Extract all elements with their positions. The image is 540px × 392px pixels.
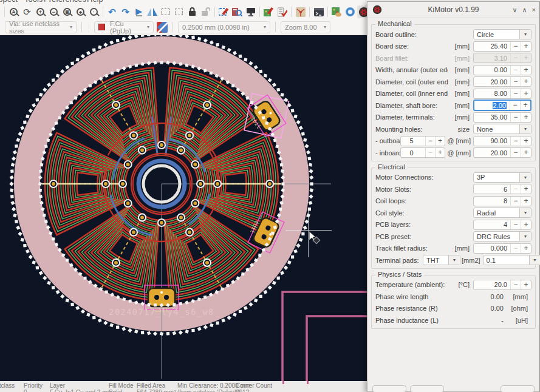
- minus-button[interactable]: −: [510, 89, 521, 98]
- minus-button[interactable]: −: [510, 148, 521, 157]
- minus-button[interactable]: −: [510, 220, 521, 229]
- undo-icon[interactable]: ↶: [106, 5, 118, 18]
- inboard-count-input[interactable]: 0−+: [400, 147, 445, 158]
- terminal-pad-size-select[interactable]: 0.1▾: [483, 255, 540, 265]
- dialog-bottom-button[interactable]: [501, 385, 535, 392]
- motor-slots-input[interactable]: 6−+: [473, 184, 531, 194]
- plus-button[interactable]: +: [521, 280, 531, 289]
- zoom-out-icon[interactable]: −: [47, 5, 60, 18]
- mounting-holes-select[interactable]: None▾: [473, 124, 531, 134]
- pcb-canvas[interactable]: coil coil coil20240717_ly4_s6_w8 Netclas…: [0, 35, 367, 392]
- zoom-select[interactable]: Zoom 8.00 ▾: [281, 21, 330, 33]
- paste-special-icon[interactable]: [173, 5, 185, 18]
- coil-style-select[interactable]: Radial▾: [473, 208, 531, 218]
- motor-connections-select[interactable]: 3P▾: [473, 172, 531, 183]
- board-setup-icon[interactable]: [217, 5, 230, 18]
- status-corner-count: Corner Count2012: [236, 382, 272, 392]
- status-priority: Priority0: [24, 382, 43, 392]
- coil-plugin-icon[interactable]: [344, 5, 357, 18]
- zoom-to-selection-icon[interactable]: ·: [87, 5, 100, 18]
- drc-check-icon[interactable]: [276, 5, 289, 18]
- pcb-layers-input[interactable]: 4−+: [473, 220, 531, 230]
- minus-button[interactable]: −: [425, 137, 435, 146]
- zoom-fit-page-icon[interactable]: ▣: [61, 5, 73, 18]
- menu-inspect[interactable]: spect: [0, 0, 18, 4]
- plus-button[interactable]: +: [521, 148, 531, 157]
- unlock-icon[interactable]: [199, 5, 212, 18]
- minus-button[interactable]: −: [510, 101, 520, 110]
- minus-button[interactable]: −: [510, 113, 521, 122]
- toolbar-separator: [214, 7, 215, 17]
- minus-button[interactable]: −: [510, 77, 521, 86]
- outboard-diameter-input[interactable]: 90.00−+: [473, 136, 531, 146]
- kimotor-dialog: KiMotor v0.1.99 ∨ ∧ × Mechanical Board o…: [367, 1, 540, 392]
- menu-preferences[interactable]: Preferences: [44, 0, 86, 4]
- plus-button[interactable]: +: [435, 148, 445, 157]
- dialog-bottom-button[interactable]: [372, 385, 406, 392]
- dialog-titlebar[interactable]: KiMotor v0.1.99 ∨ ∧ ×: [367, 2, 539, 18]
- zoom-to-objects-icon[interactable]: A: [7, 5, 20, 18]
- toolbar-separator: [89, 22, 89, 32]
- redo-icon[interactable]: ↷: [119, 5, 132, 18]
- minus-button[interactable]: −: [510, 137, 521, 146]
- plus-button[interactable]: +: [521, 77, 531, 86]
- inboard-diameter-input[interactable]: 20.00−+: [473, 147, 531, 158]
- board-size-input[interactable]: 25.40−+: [473, 41, 531, 52]
- plus-button[interactable]: +: [521, 137, 531, 146]
- scripting-console-icon[interactable]: [312, 5, 325, 18]
- menu-tools[interactable]: Tools: [24, 0, 43, 4]
- plus-button[interactable]: +: [521, 220, 531, 229]
- plus-button[interactable]: +: [435, 137, 445, 146]
- plus-button[interactable]: +: [521, 66, 531, 75]
- select-area-icon[interactable]: [159, 5, 172, 18]
- net-inspector-icon[interactable]: [231, 5, 244, 18]
- board-outline-select[interactable]: Circle▾: [473, 29, 531, 39]
- plus-button[interactable]: +: [521, 113, 531, 122]
- phase-inductance-value: -: [440, 317, 508, 324]
- main-toolbar: A ⟳ + − ▣ ◆ · ↶ ↷ ▶: [0, 4, 367, 19]
- plus-button: +: [521, 53, 531, 63]
- edit-board-icon[interactable]: [262, 5, 275, 18]
- track-fillet-radius-input[interactable]: 0.000−+: [473, 243, 531, 254]
- minus-button[interactable]: −: [510, 280, 521, 289]
- layer-select[interactable]: F.Cu (PgUp) ▾: [94, 21, 154, 33]
- maximize-button[interactable]: ∧: [522, 6, 527, 14]
- plus-button[interactable]: +: [521, 244, 531, 253]
- minus-button[interactable]: −: [510, 197, 521, 206]
- annular-width-input[interactable]: 0.00−+: [473, 65, 531, 75]
- refresh-icon[interactable]: ⟳: [21, 5, 33, 18]
- plus-button[interactable]: +: [521, 197, 531, 206]
- minus-button[interactable]: −: [510, 42, 521, 51]
- layer-color-swatch: [98, 24, 105, 30]
- zoom-in-icon[interactable]: +: [34, 5, 47, 18]
- plus-button[interactable]: +: [520, 101, 530, 110]
- close-button[interactable]: ×: [532, 6, 536, 14]
- plus-button[interactable]: +: [521, 184, 531, 194]
- terminals-diameter-input[interactable]: 35.00−+: [473, 112, 531, 123]
- find-icon[interactable]: ▶: [132, 5, 145, 18]
- pcb-preset-select[interactable]: DRC Rules▾: [473, 231, 531, 242]
- coil-outer-diameter-input[interactable]: 20.00−+: [473, 76, 531, 87]
- coil-loops-input[interactable]: 8−+: [473, 196, 531, 206]
- via-size-select[interactable]: Via: use netclass sizes ▾: [5, 21, 77, 33]
- flip-view-icon[interactable]: [146, 5, 159, 18]
- layer-pair-icon[interactable]: [157, 22, 168, 33]
- plugin-manager-icon[interactable]: [330, 5, 343, 18]
- minimize-button[interactable]: ∨: [512, 6, 517, 14]
- grid-select[interactable]: 0.2500 mm (0.0098 in) ▾: [178, 21, 270, 33]
- chevron-down-icon: ▾: [70, 24, 72, 30]
- display-options-icon[interactable]: [244, 5, 257, 18]
- temperature-input[interactable]: 20.0−+: [473, 280, 531, 290]
- terminal-pad-type-select[interactable]: THT▾: [423, 255, 460, 265]
- lock-icon[interactable]: [186, 5, 199, 18]
- ratsnest-icon[interactable]: [294, 5, 307, 18]
- dialog-bottom-button[interactable]: [410, 385, 444, 392]
- shaft-bore-diameter-input[interactable]: 2.00−+: [473, 100, 531, 111]
- plus-button[interactable]: +: [521, 42, 531, 51]
- menu-help[interactable]: Help: [87, 0, 103, 4]
- minus-button: −: [510, 53, 521, 63]
- plus-button[interactable]: +: [521, 89, 531, 98]
- outboard-count-input[interactable]: 5−+: [400, 136, 445, 146]
- coil-inner-diameter-input[interactable]: 8.00−+: [473, 89, 531, 99]
- zoom-fit-objects-icon[interactable]: ◆: [74, 5, 87, 18]
